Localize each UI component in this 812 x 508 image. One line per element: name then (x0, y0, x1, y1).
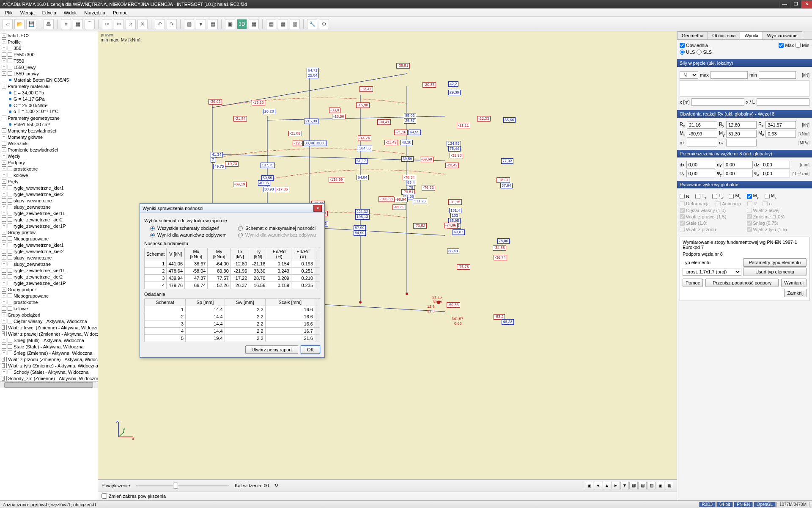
undo-icon[interactable]: ↶ (155, 19, 165, 29)
tree-node[interactable]: +kolowe (0, 172, 98, 178)
diagram-icon[interactable]: ▤ (208, 19, 218, 29)
tree-node[interactable]: C = 25,00 kN/m³ (0, 102, 98, 108)
tree-node[interactable]: +rygle_wewnetrzne_kier2 (0, 248, 98, 254)
param-btn[interactable]: Parametry typu elementu (743, 258, 807, 267)
force-select[interactable]: N (680, 71, 698, 79)
chk-Tz[interactable] (712, 194, 717, 199)
tree-node[interactable]: -hala1-EC2 (0, 32, 98, 39)
tree-node[interactable]: -Parametry geometryczne (0, 115, 98, 121)
gear-icon[interactable]: ⚙ (319, 19, 329, 29)
arc-icon[interactable]: ⌒ (85, 19, 95, 29)
chk-My[interactable] (747, 194, 752, 199)
delete-icon[interactable]: ✕ (137, 19, 148, 29)
tree-node[interactable]: +slupy_zewnetrzne (0, 204, 98, 210)
menu-narzedzia[interactable]: Narzędzia (81, 9, 109, 16)
tree-node[interactable]: +Ciężar własny - Aktywna, Widoczna (0, 318, 98, 324)
menu-wersja[interactable]: Wersja (17, 9, 38, 16)
tree-node[interactable]: +Schody (Stałe) - Aktywna, Widoczna (0, 369, 98, 375)
My-input[interactable] (726, 130, 757, 138)
view-btn-left[interactable]: ◄ (594, 482, 602, 489)
zamknij-btn[interactable]: Zamknij (784, 289, 807, 297)
tree-node[interactable]: G = 14,17 GPa (0, 96, 98, 102)
tree-node[interactable]: +slupy_wewnetrzne (0, 254, 98, 261)
usun-btn[interactable]: Usuń typ elementu (743, 268, 807, 276)
sls-radio[interactable] (697, 50, 702, 55)
tree-node[interactable]: +rygle_wewnetrzne_kier1 (0, 242, 98, 248)
ok-btn[interactable]: OK (301, 345, 320, 354)
radio-odplyw[interactable] (150, 233, 155, 237)
tree-node[interactable]: +Wiatr z przodu (Zmienne) - Aktywna, Wid… (0, 356, 98, 362)
tree-node[interactable]: -Parametry materiału (0, 83, 98, 89)
tree-node[interactable]: +rygle_zewnetrzne_kier2 (0, 216, 98, 223)
tree-hscroll[interactable] (0, 381, 98, 388)
dialog-close-icon[interactable]: ✕ (313, 205, 322, 212)
new-icon[interactable]: ▱ (3, 19, 13, 29)
tree-node[interactable]: α T = 1,00 ×10⁻⁵ 1/°C (0, 108, 98, 115)
tree-node[interactable]: -Grupy podpór (0, 286, 98, 293)
menu-edycja[interactable]: Edycja (39, 9, 60, 16)
tree-node[interactable]: -Pręty (0, 178, 98, 185)
calc2-icon[interactable]: ▦ (278, 19, 288, 29)
results-icon[interactable]: ▥ (184, 19, 194, 29)
cut-icon[interactable]: ✂ (102, 19, 112, 29)
tree-node[interactable]: +rygle_zewnetrzne_kier1P (0, 223, 98, 229)
view-btn-2[interactable]: ▦ (629, 482, 638, 489)
dy-input[interactable] (724, 161, 753, 168)
calc3-icon[interactable]: ▥ (290, 19, 300, 29)
tree-node[interactable]: +kolowe (0, 305, 98, 312)
tree-node[interactable]: +Wiatr z tyłu (Zmienne) - Aktywna, Widoc… (0, 362, 98, 369)
menu-widok[interactable]: Widok (60, 9, 80, 16)
tree-node[interactable]: Materiał: Beton EN C35/45 (0, 77, 98, 83)
tree-node[interactable]: +Stałe (Stałe) - Aktywna, Widoczna (0, 343, 98, 350)
change-range-checkbox[interactable] (102, 493, 107, 499)
tree-node[interactable]: +Promienie bezwładności (0, 146, 98, 153)
tree-node[interactable]: +rygle_zewnetrzne_kier1L (0, 210, 98, 216)
filter-icon[interactable]: ▼ (196, 19, 206, 29)
tree-node[interactable]: -Grupy prętów (0, 229, 98, 235)
tree-node[interactable]: +Momenty główne (0, 134, 98, 140)
divide-icon[interactable]: ⤬ (126, 19, 136, 29)
tree-node[interactable]: +Niepogrupowane (0, 293, 98, 299)
zoom-slider[interactable] (136, 485, 229, 486)
tree-node[interactable]: +prostokotne (0, 166, 98, 172)
tree-node[interactable]: +Niepogrupowane (0, 235, 98, 242)
tree-node[interactable]: +Wiatr z prawej (Zmienne) - Aktywna, Wid… (0, 331, 98, 337)
tree-node[interactable]: +Wiatr z lewej (Zmienne) - Aktywna, Wido… (0, 324, 98, 331)
view-btn-up[interactable]: ▲ (603, 482, 611, 489)
tree-node[interactable]: +rygle_wewnetrzne_kier1 (0, 185, 98, 191)
tree-node[interactable]: +rygle_zewnetrzne_kier1P (0, 280, 98, 286)
uls-radio[interactable] (680, 50, 685, 55)
tree-node[interactable]: +rygle_zewnetrzne_kier2 (0, 273, 98, 280)
open-icon[interactable]: 📂 (14, 19, 25, 29)
force-min[interactable] (759, 71, 796, 79)
grid-icon[interactable]: 3D (237, 19, 247, 29)
tree-node[interactable]: +Śnieg (Multi) - Aktywna, Widoczna (0, 337, 98, 343)
chk-Ty[interactable] (695, 194, 700, 199)
dx-input[interactable] (686, 161, 716, 168)
type-select[interactable]: prost. 1.7x1.7 (proj) (683, 268, 741, 276)
Ry-input[interactable] (726, 121, 757, 129)
menu-plik[interactable]: Plik (2, 9, 16, 16)
przepisz-btn[interactable]: Przepisz podatność podpory (705, 279, 779, 287)
force-max[interactable] (710, 71, 748, 79)
table-icon[interactable]: ▦ (249, 19, 259, 29)
tree-node[interactable]: +350 (0, 45, 98, 51)
tree-node[interactable]: -Profile (0, 39, 98, 45)
minimize-button[interactable]: — (779, 0, 790, 8)
tree-node[interactable]: +Węzły (0, 153, 98, 159)
tree-node[interactable]: +rygle_wewnetrzne_kier2 (0, 191, 98, 197)
3d-icon[interactable]: ▣ (225, 19, 235, 29)
tree-node[interactable]: +slupy_zewnetrzne (0, 261, 98, 267)
fz-input[interactable] (761, 170, 790, 177)
print-icon[interactable]: 🖶 (44, 19, 54, 29)
view-btn-right[interactable]: ► (612, 482, 620, 489)
frame-icon[interactable]: ▦ (73, 19, 83, 29)
tab-wyniki[interactable]: Wyniki (740, 31, 763, 39)
min-check[interactable] (796, 43, 801, 48)
x-l-input[interactable] (757, 98, 809, 106)
radio-all[interactable] (150, 226, 155, 231)
x-m-input[interactable] (691, 98, 744, 106)
view-btn-down[interactable]: ▼ (620, 482, 629, 489)
redo-icon[interactable]: ↷ (167, 19, 177, 29)
chk-Mz[interactable] (765, 194, 770, 199)
